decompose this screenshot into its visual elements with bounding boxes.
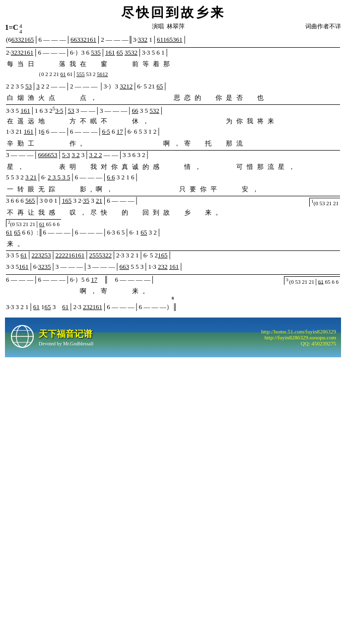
- note-text: （0 2 2 21 61 61│555 53 2 5612: [36, 71, 108, 77]
- lyric-line-5: 在遥远地 方不眠不 休， 为你我将来: [6, 117, 340, 126]
- footer-link1: http://home.51.com/fuyin8286329: [261, 328, 336, 334]
- music-line-14: 3·3 3 2 1│61 165 3 61│2·3 232161│6 — — —…: [6, 303, 340, 314]
- performer-info: 演唱 林翠萍: [45, 22, 291, 31]
- music-line-2: 2·3232161│6 — — —│6·）3 6 535│161 65 3532…: [6, 48, 340, 59]
- music-line-6: 1·3 21 161│16 6 — —│6 — — —│6·5 6 17│6· …: [6, 128, 340, 139]
- footer-logo-sub: Devoted by Mr.Godblessall: [39, 341, 93, 346]
- lyric-line-8: 一转眼无踪 影,啊， 只要你平 安，: [6, 185, 340, 194]
- composer-label: 词曲作者不详: [305, 23, 341, 30]
- note-text: 6 — — —│6 — — —│6·）5 6 17 ║ 6 — — — —│: [6, 276, 155, 283]
- footer-link2: http://fuyin8286329.sooopu.com: [261, 334, 336, 340]
- page: 尽快回到故乡来 1=C 4 4 演唱 林翠萍 词曲作者不详 (66332165│…: [0, 0, 346, 357]
- music-line-4: 2 2 3 5 53│3 2 2 — —│2 — — — │3·）3 3212│…: [6, 82, 340, 93]
- footer-icon: [10, 324, 35, 351]
- volta-3-row: 6 — — —│6 — — —│6·）5 6 17 ║ 6 — — — —│ 啊…: [6, 275, 340, 298]
- key-signature: 1=C: [5, 23, 18, 32]
- footer-logo-area: 天下福音记谱 Devoted by Mr.Godblessall: [39, 328, 93, 346]
- performer-label: 演唱: [152, 23, 164, 30]
- note-text: 2·3232161│6 — — —│6·）3 6 535│161 65 3532…: [6, 49, 169, 56]
- note-text: 3·3 5161│6·3235│3 — — —│3 — — —│663 5 5 …: [6, 263, 184, 270]
- footer-qq: QQ: 450239275: [261, 340, 336, 346]
- music-line-3-small: （0 2 2 21 61 61│555 53 2 5612: [6, 71, 340, 81]
- note-text: 61 65 6 6）:║6 — — —│6 — — —│6·3 6 5│6· 1…: [6, 229, 161, 236]
- lyric-line-7: 星， 表明 我对你真诚的感 情， 可惜那流星，: [6, 162, 340, 171]
- note-text: 2 2 3 5 53│3 2 2 — —│2 — — — │3·）3 3212│…: [6, 82, 168, 90]
- footer-logo-text: 天下福音记谱: [39, 328, 93, 340]
- note-text: (66332165│6 — — —│66332161│2 — — —║3·332…: [6, 36, 187, 43]
- volta-1-bracket: 1(0 53 21 21: [309, 198, 340, 207]
- time-signature: 4 4: [19, 23, 22, 34]
- note-text: 5 5 3 2 3 21│6· 2 3 5 3 5│6 — — —│6 6 3 …: [6, 173, 139, 181]
- footer-links: http://home.51.com/fuyin8286329 http://f…: [261, 328, 336, 346]
- lyric-line-9: 不再让我感 叹，尽快 的 回到故 乡 来。: [6, 208, 309, 217]
- note-text: 3·3 5 161│1 6 3 253·5│53 3 — —│3 — — —│6…: [6, 107, 164, 114]
- lyric-line-6: 辛勤工 作。 啊，寄 托 那流: [6, 139, 340, 148]
- song-title: 尽快回到故乡来: [5, 4, 341, 21]
- music-line-7: 3 — — —│666653│5·3 3 2 3│3 2 2 — —│3 3 6…: [6, 151, 340, 162]
- composer-info: 词曲作者不详: [291, 22, 341, 31]
- volta-3-bracket: 3·(0 53 21 21│61 65 6 6: [284, 276, 340, 285]
- note-text: 1·3 21 161│16 6 — —│6 — — —│6·5 6 17│6· …: [6, 128, 161, 135]
- music-notation: (66332165│6 — — —│66332161│2 — — —║3·332…: [5, 36, 341, 314]
- performer-name: 林翠萍: [167, 23, 185, 30]
- lyric-line-10: 来。: [6, 240, 340, 248]
- note-text: 3·3 5 61│223253│222216161│2555322│2·3 3 …: [6, 251, 172, 259]
- lyric-line-13: 啊，寄 来。: [6, 287, 284, 296]
- note-text: 3 — — —│666653│5·3 3 2 3│3 2 2 — —│3 3 6…: [6, 151, 150, 159]
- music-line-10: 61 65 6 6）:║6 — — —│6 — — —│6·3 6 5│6· 1…: [6, 228, 340, 239]
- title-section: 尽快回到故乡来: [5, 4, 341, 21]
- music-line-5: 3·3 5 161│1 6 3 253·5│53 3 — —│3 — — —│6…: [6, 105, 340, 116]
- music-line-1: (66332165│6 — — —│66332161│2 — — —║3·332…: [6, 36, 340, 47]
- music-line-12: 3·3 5161│6·3235│3 — — —│3 — — —│663 5 5 …: [6, 263, 340, 274]
- music-line-9: 3 6 6 6 565│3 0 0 1│165 3 2·35 3 21│6 — …: [6, 197, 309, 208]
- lyric-line-4: 白烟渔火点 点， 思恋的 你是否 也: [6, 93, 340, 102]
- music-line-8: 5 5 3 2 3 21│6· 2 3 5 3 5│6 — — —│6 6 3 …: [6, 173, 340, 184]
- volta-2-bracket: 2(0 53 21 21│61 65 6 6: [6, 219, 61, 227]
- music-line-11: 3·3 5 61│223253│222216161│2555322│2·3 3 …: [6, 251, 340, 262]
- note-text: 3·3 3 2 1│61 165 3 61│2·3 232161│6 — — —…: [6, 303, 177, 311]
- music-line-13: 6 — — —│6 — — —│6·）5 6 17 ║ 6 — — — —│: [6, 275, 284, 286]
- lyric-line-2: 每当日 落我在 窗 前等着那: [6, 60, 340, 69]
- footer: 天下福音记谱 Devoted by Mr.Godblessall http://…: [5, 318, 341, 357]
- note-text: 3 6 6 6 565│3 0 0 1│165 3 2·35 3 21│6 — …: [6, 197, 139, 204]
- volta-1-row: 3 6 6 6 565│3 0 0 1│165 3 2·35 3 21│6 — …: [6, 197, 340, 219]
